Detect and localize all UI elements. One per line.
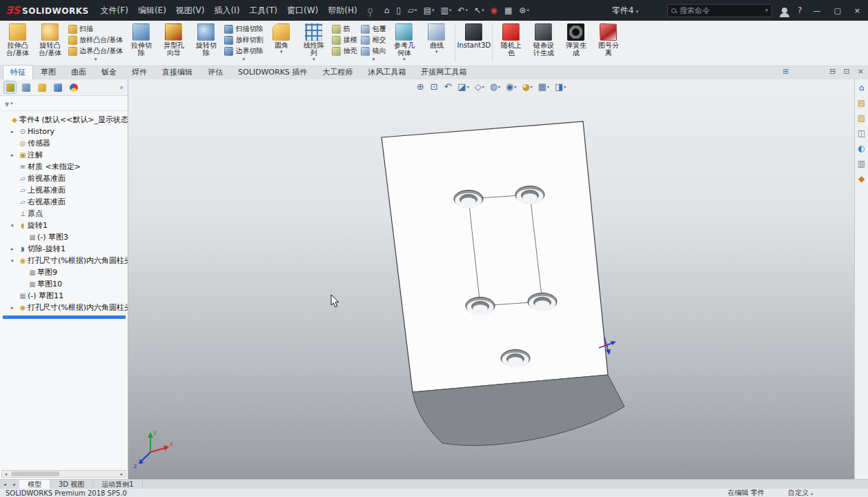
random-color-button[interactable]: 随机上 色 <box>495 21 527 65</box>
boundary-boss-button[interactable]: 边界凸台/基体 <box>68 46 123 57</box>
revolve-cut-button[interactable]: 旋转切 除 <box>190 21 222 65</box>
design-library-icon[interactable]: ▤ <box>858 99 865 107</box>
shell-button[interactable]: 抽壳 <box>332 46 357 57</box>
expander-icon[interactable]: ▸ <box>11 246 18 252</box>
ribbon-tab[interactable]: 直接编辑 <box>155 65 200 79</box>
filter-funnel-icon[interactable] <box>5 99 9 108</box>
minimize-button[interactable]: — <box>811 6 822 15</box>
instant3d-button[interactable]: Instant3D <box>457 21 490 65</box>
sweep-cut-button[interactable]: 扫描切除 <box>224 23 263 35</box>
propertymanager-tab[interactable] <box>20 81 32 93</box>
tab-scroll-left-icon[interactable]: ◂ <box>0 480 10 489</box>
graphics-viewport[interactable]: x y z ⊕ ⊡ <box>128 79 854 479</box>
expander-icon[interactable]: ▸ <box>11 153 18 158</box>
quickbar-button[interactable]: ▱ ▾ <box>406 5 420 16</box>
hud-button[interactable]: ◨ ▾ <box>555 82 566 91</box>
intersect-button[interactable]: 相交 <box>361 35 386 46</box>
ribbon-tab[interactable]: 焊件 <box>124 65 155 79</box>
pin-menu-icon[interactable] <box>368 8 373 13</box>
ribbon-tab[interactable]: 沐风工具箱 <box>360 65 413 79</box>
study-tab[interactable]: 运动算例1 <box>93 480 142 489</box>
configurationmanager-tab[interactable] <box>36 81 48 93</box>
tree-item[interactable]: 原点 <box>3 208 128 220</box>
displaymanager-tab[interactable] <box>68 81 79 93</box>
panel-flyout-arrow[interactable]: » <box>119 84 124 91</box>
tree-item[interactable]: (-) 草图3 <box>3 231 128 243</box>
menu-item[interactable]: 视图(V) <box>171 3 210 19</box>
linear-pattern-button[interactable]: 线性阵 列 ▾ <box>297 21 330 65</box>
doc-restore-button[interactable]: ⊡ <box>844 67 850 76</box>
filter-caret-icon[interactable]: ▾ <box>10 101 13 106</box>
doc-minimize-button[interactable]: ⊟ <box>829 67 836 76</box>
tree-item[interactable]: ▾ 旋转1 <box>3 220 128 231</box>
rib-button[interactable]: 筋 <box>332 23 357 35</box>
reference-geometry-button[interactable]: 参考几 何体 ▾ <box>388 21 420 65</box>
wrap-button[interactable]: 包覆 <box>361 23 386 35</box>
hud-button[interactable]: ◍ ▾ <box>490 82 500 91</box>
panel-horizontal-scrollbar[interactable]: ◂ ▸ <box>1 470 126 478</box>
mirror-button[interactable]: 镜向 <box>361 46 386 57</box>
hud-button[interactable]: ↶ <box>444 82 452 91</box>
counterbore-hole[interactable] <box>454 191 483 208</box>
expander-icon[interactable]: ▾ <box>11 223 18 228</box>
appearances-icon[interactable]: ◐ <box>858 144 865 153</box>
hud-button[interactable]: ◕ ▾ <box>522 82 532 91</box>
quickbar-button[interactable]: ▦ <box>502 5 515 16</box>
user-account-icon[interactable] <box>782 8 787 13</box>
counterbore-hole[interactable] <box>528 293 557 311</box>
extrude-cut-button[interactable]: 拉伸切 除 <box>125 21 157 65</box>
menu-item[interactable]: 窗口(W) <box>282 3 323 19</box>
curves-button[interactable]: 曲线 ▾ <box>420 21 453 65</box>
ribbon-tab[interactable]: 特征 <box>3 65 33 79</box>
quickbar-button[interactable]: ◉ <box>489 5 500 16</box>
tree-item[interactable]: 右视基准面 <box>3 196 128 208</box>
tree-item[interactable]: 草图10 <box>3 278 128 290</box>
close-button[interactable]: × <box>852 6 862 15</box>
drawing-number-split-button[interactable]: 图号分 离 <box>592 21 624 65</box>
restore-window-icon[interactable]: ⊞ <box>782 67 789 76</box>
loft-button[interactable]: 放样凸台/基体 <box>68 35 123 46</box>
hud-button[interactable]: ◉ ▾ <box>506 82 516 91</box>
scrollbar-thumb[interactable] <box>11 471 59 476</box>
hole-wizard-button[interactable]: 异型孔 向导 <box>157 21 190 65</box>
ribbon-tab[interactable]: 曲面 <box>63 65 94 79</box>
extrude-boss-button[interactable]: 拉伸凸 台/基体 <box>1 21 34 65</box>
chain-design-button[interactable]: 链条设 计生成 <box>527 21 560 65</box>
hud-button[interactable]: ◪ ▾ <box>457 82 468 91</box>
quickbar-button[interactable]: ↖ ▾ <box>472 5 486 16</box>
tree-item[interactable]: (-) 草图11 <box>3 290 128 302</box>
doc-close-button[interactable]: × <box>858 67 864 76</box>
expander-icon[interactable]: ▸ <box>11 305 18 311</box>
boundary-cut-button[interactable]: 边界切除 <box>224 46 263 57</box>
quickbar-button[interactable]: ⌂ <box>382 5 393 16</box>
view-palette-icon[interactable]: ◫ <box>858 129 865 137</box>
tree-item[interactable]: ▾ 打孔尺寸(%根据)内六角圆柱头螺钉 <box>3 255 128 266</box>
tree-item[interactable]: ▸ 注解 <box>3 149 128 161</box>
hud-button[interactable]: ◇ ▾ <box>475 82 484 91</box>
tree-item[interactable]: ▸ 切除-旋转1 <box>3 243 128 255</box>
scroll-left-icon[interactable]: ◂ <box>2 471 10 477</box>
quickbar-button[interactable]: ▤ ▾ <box>422 5 437 16</box>
search-commands-box[interactable]: 搜索命令 ▾ <box>667 4 772 17</box>
tree-item[interactable]: 传感器 <box>3 137 128 149</box>
ribbon-tab[interactable]: 草图 <box>33 65 63 79</box>
menu-item[interactable]: 插入(I) <box>209 3 244 19</box>
quickbar-button[interactable]: ↶ ▾ <box>455 5 470 16</box>
counterbore-hole[interactable] <box>501 350 530 368</box>
forum-icon[interactable]: ◆ <box>858 175 865 183</box>
tree-item[interactable]: ▸ History <box>3 126 128 137</box>
tree-item[interactable]: 材质 <未指定> <box>3 161 128 173</box>
hud-button[interactable]: ▦ ▾ <box>538 82 549 91</box>
ribbon-tab[interactable]: SOLIDWORKS 插件 <box>230 65 315 79</box>
tree-item[interactable]: 草图9 <box>3 266 128 278</box>
search-dropdown-icon[interactable]: ▾ <box>765 8 768 13</box>
resources-icon[interactable]: ⌂ <box>859 84 865 92</box>
quickbar-button[interactable]: ⊛ ▾ <box>517 5 531 16</box>
hud-button[interactable]: ⊡ <box>431 82 439 91</box>
ribbon-tab[interactable]: 钣金 <box>94 65 124 79</box>
loft-cut-button[interactable]: 放样切割 <box>224 35 263 46</box>
help-button[interactable]: ? <box>798 6 802 15</box>
featuremanager-tab[interactable] <box>4 81 16 93</box>
menu-item[interactable]: 帮助(H) <box>323 3 362 19</box>
sweep-button[interactable]: 扫描 <box>68 23 123 35</box>
